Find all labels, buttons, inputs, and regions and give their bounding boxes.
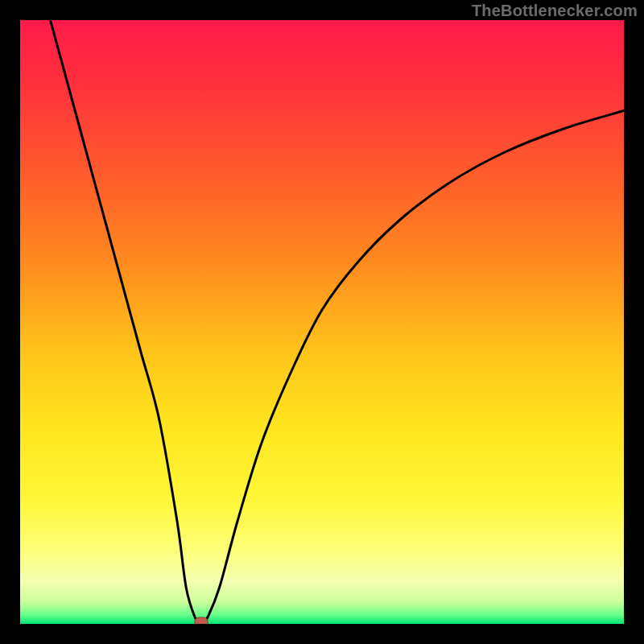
bottleneck-curve — [51, 20, 625, 624]
attribution-label: TheBottlenecker.com — [472, 2, 638, 20]
chart-stage: TheBottlenecker.com — [0, 0, 644, 644]
optimal-point-marker — [195, 617, 208, 624]
plot-area — [20, 20, 624, 624]
curve-layer — [20, 20, 624, 624]
